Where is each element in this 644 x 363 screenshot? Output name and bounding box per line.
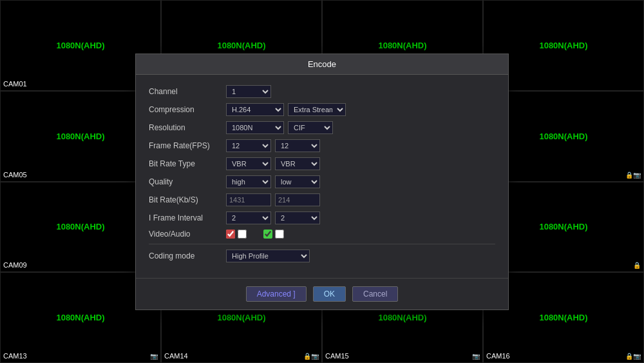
framerate-row: Frame Rate(FPS) 12 12 (149, 139, 495, 152)
quality-controls: high low (226, 175, 495, 188)
quality-label: Quality (149, 177, 226, 186)
quality-main-select[interactable]: high (226, 175, 271, 188)
compression-label: Compression (149, 105, 226, 114)
modal-overlay: Encode Channel 1 Compression H.264 (0, 0, 644, 363)
iframe-label: I Frame Interval (149, 213, 226, 222)
iframe-row: I Frame Interval 2 2 (149, 211, 495, 224)
video-extra-group (263, 230, 284, 239)
compression-row: Compression H.264 Extra Stream (149, 103, 495, 116)
channel-label: Channel (149, 87, 226, 96)
coding-mode-label: Coding mode (149, 251, 226, 260)
divider (149, 244, 495, 244)
coding-mode-select[interactable]: High Profile Main Profile Baseline (226, 250, 310, 262)
audio-main-checkbox[interactable] (238, 230, 247, 239)
iframe-controls: 2 2 (226, 211, 495, 224)
coding-mode-row: Coding mode High Profile Main Profile Ba… (149, 250, 495, 262)
modal-body: Channel 1 Compression H.264 Extra Stream (136, 75, 508, 278)
videoaudio-row: Video/Audio (149, 230, 495, 239)
framerate-label: Frame Rate(FPS) (149, 141, 226, 150)
encode-dialog: Encode Channel 1 Compression H.264 (135, 54, 509, 310)
quality-row: Quality high low (149, 175, 495, 188)
bitrate-type-main-select[interactable]: VBR (226, 157, 271, 170)
ok-button[interactable]: OK (313, 286, 346, 302)
coding-mode-controls: High Profile Main Profile Baseline (226, 250, 495, 262)
framerate-main-select[interactable]: 12 (226, 139, 271, 152)
bitrate-type-label: Bit Rate Type (149, 159, 226, 168)
iframe-extra-select[interactable]: 2 (275, 211, 320, 224)
audio-extra-checkbox[interactable] (275, 230, 284, 239)
resolution-extra-select[interactable]: CIF (288, 121, 333, 134)
modal-title: Encode (136, 54, 508, 75)
channel-controls: 1 (226, 85, 495, 98)
bitrate-kbs-extra-input[interactable]: 214 (275, 193, 320, 206)
resolution-label: Resolution (149, 123, 226, 132)
compression-controls: H.264 Extra Stream (226, 103, 495, 116)
compression-extra-select[interactable]: Extra Stream (288, 103, 346, 116)
video-main-checkbox[interactable] (226, 230, 235, 239)
cancel-button[interactable]: Cancel (352, 286, 398, 302)
videoaudio-controls (226, 230, 495, 239)
channel-select[interactable]: 1 (226, 85, 271, 98)
bitrate-kbs-main-input[interactable]: 1431 (226, 193, 271, 206)
bitrate-kbs-controls: 1431 214 (226, 193, 495, 206)
channel-row: Channel 1 (149, 85, 495, 98)
iframe-main-select[interactable]: 2 (226, 211, 271, 224)
bitrate-type-extra-select[interactable]: VBR (275, 157, 320, 170)
advanced-button[interactable]: Advanced ] (246, 286, 307, 302)
quality-extra-select[interactable]: low (275, 175, 320, 188)
video-extra-checkbox[interactable] (263, 230, 272, 239)
resolution-row: Resolution 1080N CIF (149, 121, 495, 134)
resolution-main-select[interactable]: 1080N (226, 121, 284, 134)
framerate-extra-select[interactable]: 12 (275, 139, 320, 152)
compression-main-select[interactable]: H.264 (226, 103, 284, 116)
bitrate-type-controls: VBR VBR (226, 157, 495, 170)
bitrate-kbs-label: Bit Rate(Kb/S) (149, 195, 226, 204)
modal-footer: Advanced ] OK Cancel (136, 278, 508, 309)
framerate-controls: 12 12 (226, 139, 495, 152)
resolution-controls: 1080N CIF (226, 121, 495, 134)
bitrate-type-row: Bit Rate Type VBR VBR (149, 157, 495, 170)
videoaudio-label: Video/Audio (149, 230, 226, 239)
bitrate-kbs-row: Bit Rate(Kb/S) 1431 214 (149, 193, 495, 206)
video-main-group (226, 230, 247, 239)
